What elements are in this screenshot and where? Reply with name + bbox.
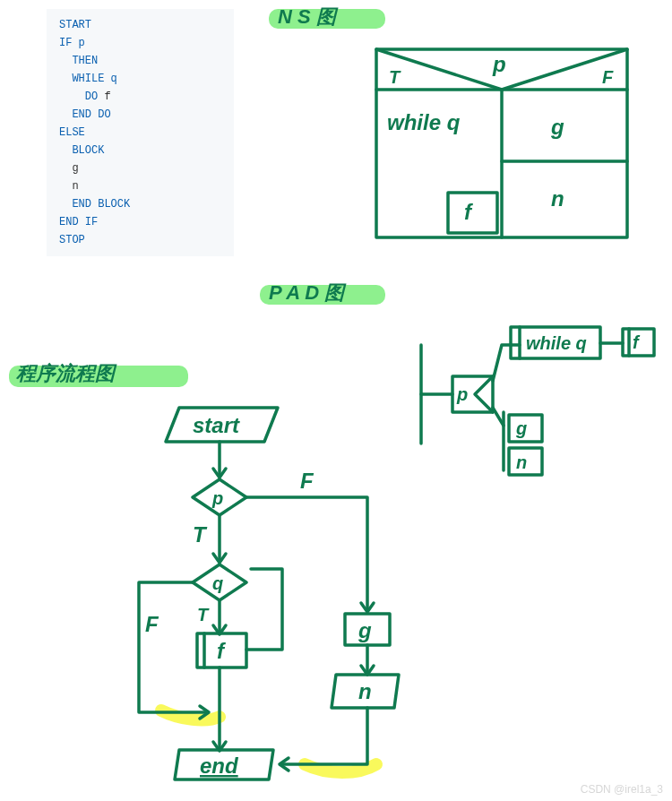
ns-n: n xyxy=(551,186,564,211)
ns-F: F xyxy=(602,67,614,87)
code-line: IF p xyxy=(59,34,225,52)
pad-whileq: while q xyxy=(526,333,587,353)
flow-g: g xyxy=(358,618,372,642)
flowchart: start p F T q F T f g n end xyxy=(108,399,466,793)
flow-p: p xyxy=(211,488,223,508)
flow-F2: F xyxy=(145,612,159,636)
flow-label: 程序流程图 xyxy=(16,360,115,387)
code-line: ELSE xyxy=(59,124,225,142)
ns-diagram: p T F while q f g n xyxy=(358,40,654,246)
code-line: START xyxy=(59,16,225,34)
code-line: END IF xyxy=(59,213,225,231)
code-line: THEN xyxy=(59,52,225,70)
pad-g: g xyxy=(515,418,527,438)
flow-F1: F xyxy=(300,469,314,493)
code-line: g xyxy=(59,159,225,177)
ns-whileq: while q xyxy=(387,110,461,134)
ns-f: f xyxy=(464,200,473,224)
ns-label: N S 图 xyxy=(278,4,336,30)
code-line: DO f xyxy=(59,88,225,106)
watermark: CSDN @irel1a_3 xyxy=(581,783,663,796)
flow-start: start xyxy=(193,413,240,437)
flow-q: q xyxy=(212,573,223,593)
flow-f: f xyxy=(217,639,226,663)
ns-g: g xyxy=(550,115,564,139)
flow-T1: T xyxy=(193,522,208,547)
code-line: END BLOCK xyxy=(59,195,225,213)
pad-f: f xyxy=(633,332,641,352)
code-line: STOP xyxy=(59,231,225,249)
pseudocode-block: STARTIF p THEN WHILE q DO f END DOELSE B… xyxy=(47,9,234,256)
ns-p: p xyxy=(492,52,506,76)
flow-n: n xyxy=(358,679,372,703)
code-line: WHILE q xyxy=(59,70,225,88)
code-line: END DO xyxy=(59,106,225,124)
code-line: n xyxy=(59,177,225,195)
pad-n: n xyxy=(516,452,527,472)
pad-label: P A D 图 xyxy=(269,280,344,306)
ns-T: T xyxy=(389,67,401,87)
flow-end: end xyxy=(200,754,239,778)
code-line: BLOCK xyxy=(59,142,225,159)
flow-T2: T xyxy=(197,605,210,624)
